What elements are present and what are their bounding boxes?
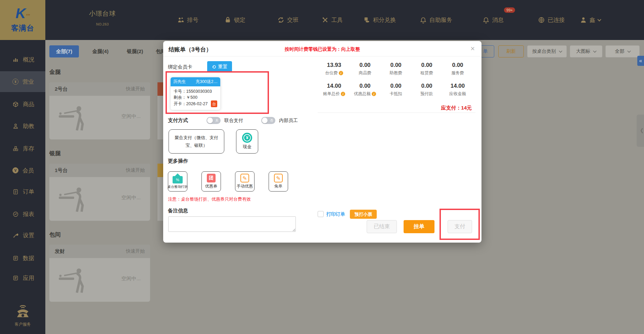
nav-label: 消息 99+ xyxy=(492,16,504,24)
member-card-section-label: 绑定会员卡 xyxy=(168,64,192,70)
member-card[interactable]: 历先生 充300送2… 卡号：15503030303 剩余：￥500 开卡：20… xyxy=(171,77,220,110)
print-order-checkbox[interactable] xyxy=(318,211,324,217)
logo-k-icon: K’’’ xyxy=(15,7,30,23)
union-pay-toggle[interactable]: 关 xyxy=(206,117,221,124)
sidebar-item-overview[interactable]: 概况 xyxy=(0,51,45,68)
section-title-gold: 金腿 xyxy=(49,68,61,76)
member-card-number: 卡号：15503030303 xyxy=(174,88,217,94)
table-name: 发财 xyxy=(55,248,65,255)
dialog-header: 按时间计费零钱已设置为：向上取整 结账单（3号台） × xyxy=(163,41,481,56)
sidebar-item-reports[interactable]: 报表 xyxy=(0,206,45,222)
quick-start-action[interactable]: 快速开始 xyxy=(126,86,145,92)
chevron-down-icon xyxy=(559,49,562,53)
phone-icon xyxy=(14,303,31,319)
cash-pay-button[interactable]: ¥ 现金 xyxy=(236,129,258,154)
sidebar-item-business[interactable]: ¥ 营业 xyxy=(0,71,45,92)
finished-button[interactable]: 已结束 xyxy=(367,220,397,233)
nav-points-exchange[interactable]: 积分兑换 xyxy=(363,0,396,40)
nav-shift-change[interactable]: 交班 xyxy=(277,0,298,40)
group-by-dropdown[interactable]: 按桌台类别 xyxy=(527,45,567,57)
tab-gold-leg[interactable]: 金腿(4) xyxy=(86,45,115,57)
sidebar-item-stock[interactable]: 库存 xyxy=(0,140,45,157)
filter-dropdown[interactable]: 全部 xyxy=(605,45,640,57)
nav-label: 工具 xyxy=(331,16,343,24)
table-name: 2号台 xyxy=(55,86,67,92)
table-status: 空闲中... xyxy=(121,195,141,201)
table-card-2[interactable]: 2号台 快速开始 空闲中... xyxy=(49,82,150,139)
tools-icon xyxy=(322,16,329,24)
nav-user-menu[interactable]: 鑫 xyxy=(580,0,601,40)
boxes-icon xyxy=(12,145,19,152)
refresh-button[interactable]: 刷新 xyxy=(498,45,524,57)
close-icon[interactable]: × xyxy=(470,44,475,53)
remark-input[interactable] xyxy=(168,216,296,232)
union-pay-label: 联合支付 xyxy=(224,118,243,124)
print-order-label[interactable]: 打印订单 xyxy=(326,211,345,217)
drawer-handle-icon[interactable]: 《 xyxy=(637,115,644,147)
discount-tag-icon: % xyxy=(173,176,183,183)
manual-discount-button[interactable]: ✎ 手动优惠 xyxy=(235,171,255,192)
nav-tools[interactable]: 工具 xyxy=(322,0,343,40)
user-icon xyxy=(580,16,587,24)
dialog-title: 结账单（3号台） xyxy=(169,46,212,53)
tab-all[interactable]: 全部(7) xyxy=(49,45,79,57)
bell-icon xyxy=(420,16,427,24)
info-icon[interactable]: i xyxy=(339,71,343,75)
table-discount-button[interactable]: % 桌台整场打折 xyxy=(168,171,187,192)
table-name: 1号台 xyxy=(55,167,67,174)
free-bill-button[interactable]: ✎ 免单 xyxy=(269,171,288,192)
sidebar: 概况 ¥ 营业 商品 助教 库存 V 会员 订单 报表 设置 数据 应用 xyxy=(0,40,45,334)
logo-text: 客满台 xyxy=(11,23,34,33)
table-card-partial[interactable] xyxy=(157,164,163,221)
table-card-1[interactable]: 1号台 快速开始 空闲中... xyxy=(49,164,150,221)
nav-messages[interactable]: 消息 99+ xyxy=(482,0,504,40)
nav-label: 锁定 xyxy=(234,16,245,24)
edit-pencil-icon: ✎ xyxy=(274,174,283,182)
table-card-partial[interactable] xyxy=(157,82,163,139)
nav-connection-status[interactable]: 已连接 xyxy=(538,0,565,40)
customer-service[interactable]: 客户服务 xyxy=(0,303,45,327)
info-icon[interactable]: i xyxy=(372,92,376,96)
member-open-date: 开卡：2026-02-27 台 xyxy=(174,100,217,107)
pay-button[interactable]: 支付 xyxy=(448,220,472,233)
nav-self-service[interactable]: 自助服务 xyxy=(420,0,452,40)
clipboard-icon xyxy=(12,189,19,195)
hold-order-button[interactable]: 挂单 xyxy=(404,220,434,233)
info-icon[interactable]: i xyxy=(341,92,345,96)
sidebar-item-data[interactable]: 数据 xyxy=(0,250,45,266)
collapse-panel-icon[interactable]: « xyxy=(637,56,644,66)
quick-start-action[interactable]: 快速开始 xyxy=(126,167,145,173)
billiards-player-icon xyxy=(58,267,95,294)
billiards-player-icon xyxy=(58,105,95,131)
nav-queue[interactable]: 排号 xyxy=(177,0,198,40)
edit-pencil-icon: ✎ xyxy=(240,174,249,182)
document-icon xyxy=(12,275,19,281)
nav-lock[interactable]: 锁定 xyxy=(224,0,245,40)
fee-row-2: 14.00 账单总价i 0.00 优惠总额i 0.00 卡抵扣 0.00 预付款… xyxy=(319,83,475,97)
internal-staff-toggle[interactable]: 否 xyxy=(261,117,275,124)
quick-start-action[interactable]: 快速开始 xyxy=(126,248,145,254)
reset-member-button[interactable]: 重置 xyxy=(207,61,232,73)
coupon-button[interactable]: 团 优惠券 xyxy=(201,171,221,192)
bar-chart-icon xyxy=(12,56,19,63)
divider xyxy=(318,113,475,113)
sidebar-item-orders[interactable]: 订单 xyxy=(0,183,45,200)
sidebar-item-members[interactable]: V 会员 xyxy=(0,162,45,179)
tab-silver-leg[interactable]: 银腿(2) xyxy=(120,45,150,57)
table-card-facai[interactable]: 发财 快速开始 空闲中... xyxy=(49,245,150,302)
member-name: 历先生 xyxy=(173,79,186,85)
queue-people-icon xyxy=(177,16,184,24)
section-title-silver: 银腿 xyxy=(49,150,61,157)
sidebar-item-apps[interactable]: 应用 xyxy=(0,269,45,286)
sidebar-item-settings[interactable]: 设置 xyxy=(0,227,45,244)
discount-scope-note: 注意：桌台整场打折、优惠券只对台费有效 xyxy=(168,196,251,202)
sidebar-item-coach[interactable]: 助教 xyxy=(0,118,45,134)
coupon-icon: 团 xyxy=(207,174,216,182)
venue-name: 小璟台球 xyxy=(81,9,124,18)
app-logo[interactable]: K’’’ 客满台 xyxy=(0,0,45,40)
sidebar-item-goods[interactable]: 商品 xyxy=(0,96,45,113)
icon-size-dropdown[interactable]: 大图标 xyxy=(570,45,602,57)
table-status: 空闲中... xyxy=(121,276,141,282)
aggregate-pay-button[interactable]: 聚合支付（微信、支付宝、银联） xyxy=(169,129,224,154)
preprint-receipt-button[interactable]: 预打小票 xyxy=(350,210,377,219)
